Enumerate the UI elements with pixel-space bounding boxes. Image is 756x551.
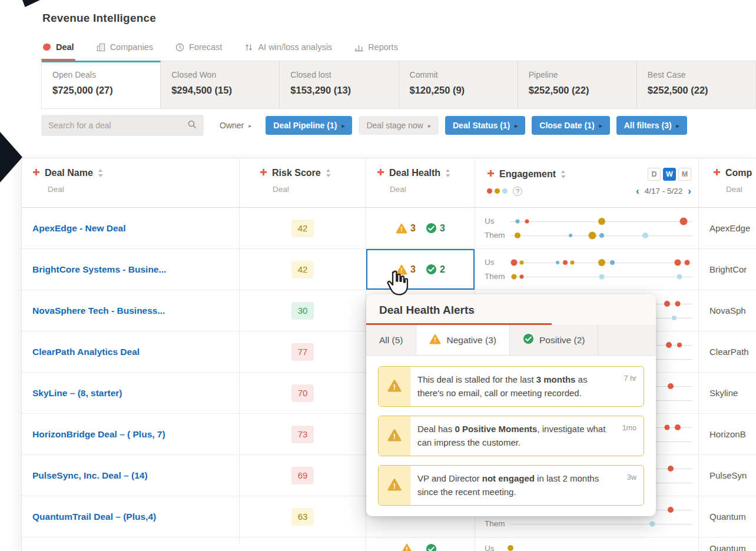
column-company[interactable]: Comp Deal <box>698 158 756 207</box>
filter-chips: Owner▸Deal Pipeline (1)▸Deal stage now▸D… <box>212 116 687 135</box>
sort-icon[interactable] <box>326 169 331 177</box>
summary-card-commit[interactable]: Commit$120,250 (9) <box>399 61 518 108</box>
popup-tab-positive-2[interactable]: Positive (2) <box>510 325 599 355</box>
summary-card-label: Closed Won <box>171 70 268 79</box>
filter-chip-all-filters-3[interactable]: All filters (3)▸ <box>616 116 687 135</box>
sort-icon[interactable] <box>561 170 566 178</box>
risk-score-badge: 77 <box>291 343 314 361</box>
summary-card-open-deals[interactable]: Open Deals$725,000 (27) <box>42 61 161 108</box>
summary-cards: Open Deals$725,000 (27)Closed Won$294,50… <box>41 61 756 109</box>
column-sublabel: Deal <box>273 185 366 194</box>
deal-name-link[interactable]: SkyLine – (8, starter) <box>32 388 122 399</box>
nav-tab-label: Reports <box>368 42 398 52</box>
filter-chip-label: All filters (3) <box>624 121 672 130</box>
engagement-dot <box>511 259 518 265</box>
risk-score-badge: 42 <box>291 220 314 237</box>
column-deal-health[interactable]: Deal Health Deal <box>366 158 475 207</box>
filter-chip-owner[interactable]: Owner▸ <box>212 116 259 135</box>
engagement-dot <box>668 383 674 389</box>
filter-chip-deal-status-1[interactable]: Deal Status (1)▸ <box>445 116 525 135</box>
filter-chip-deal-pipeline-1[interactable]: Deal Pipeline (1)▸ <box>266 116 352 135</box>
deal-name-link[interactable]: PulseSync, Inc. Deal – (14) <box>32 470 148 481</box>
svg-text:!: ! <box>393 431 396 440</box>
sort-icon[interactable] <box>98 169 103 177</box>
engagement-dot <box>556 261 559 264</box>
search-box[interactable] <box>41 115 204 136</box>
deal-name-link[interactable]: BrightCore Systems - Busine... <box>32 264 166 275</box>
nav-tab-ai-win-loss-analysis[interactable]: AI win/loss analysis <box>244 42 332 61</box>
deal-name-link[interactable]: HorizonBridge Deal – ( Plus, 7) <box>32 429 165 440</box>
engagement-them-row: Them <box>485 272 692 281</box>
engagement-dot <box>598 259 605 266</box>
deal-name-link[interactable]: ApexEdge - New Deal <box>32 223 126 234</box>
summary-card-pipeline[interactable]: Pipeline$252,500 (22) <box>518 61 637 108</box>
summary-card-value: $294,500 (15) <box>171 85 268 96</box>
deal-name-cell <box>22 537 239 543</box>
engagement-dot <box>571 260 575 264</box>
search-input[interactable] <box>48 121 187 130</box>
toggle-month[interactable]: M <box>678 168 691 181</box>
engagement-dot <box>599 233 604 238</box>
company-cell: BrightCor <box>698 249 756 290</box>
company-cell: HorizonB <box>698 414 756 454</box>
nav-tab-deal[interactable]: Deal <box>42 42 74 61</box>
engagement-us-label: Us <box>485 544 510 551</box>
nav-tab-companies[interactable]: Companies <box>97 42 153 61</box>
risk-score-badge: 42 <box>291 261 314 278</box>
popup-header: Deal Health Alerts <box>366 294 656 325</box>
warning-icon: ! <box>396 223 407 234</box>
chevron-left-icon[interactable]: ‹ <box>636 186 639 196</box>
chevron-right-icon[interactable]: › <box>688 186 691 196</box>
toggle-week[interactable]: W <box>663 168 676 181</box>
filter-chip-deal-stage-now[interactable]: Deal stage now▸ <box>359 116 439 135</box>
summary-card-closed-lost[interactable]: Closed lost$153,290 (13) <box>280 61 399 108</box>
column-engagement[interactable]: Engagement D W M ? ‹ 4 <box>475 158 698 207</box>
deal-health-cell[interactable]: ! <box>366 537 475 551</box>
field-icon <box>487 169 495 180</box>
deal-health-cell[interactable]: !32 <box>366 249 475 290</box>
help-icon[interactable]: ? <box>513 187 522 196</box>
engagement-timeline <box>510 217 692 226</box>
alert-card: !Deal has 0 Positive Moments, investigat… <box>378 416 644 456</box>
deal-name-link[interactable]: ClearPath Analytics Deal <box>32 347 140 357</box>
summary-card-label: Commit <box>410 70 507 79</box>
deal-name-link[interactable]: NovaSphere Tech - Business... <box>32 306 165 316</box>
summary-card-closed-won[interactable]: Closed Won$294,500 (15) <box>161 61 280 108</box>
engagement-us-row: Us <box>485 543 510 551</box>
nav-tab-label: Forecast <box>189 42 222 52</box>
engagement-them-row: Them <box>485 231 692 240</box>
table-row: BrightCore Systems - Busine...42!32UsThe… <box>22 249 756 290</box>
alert-text: VP and Director not engaged in last 2 mo… <box>410 466 615 505</box>
svg-text:!: ! <box>400 225 403 233</box>
nav-tab-reports[interactable]: Reports <box>354 42 398 61</box>
alert-text: This deal is stalled for the last 3 mont… <box>410 367 615 406</box>
popup-tab-negative-3[interactable]: !Negative (3) <box>416 325 509 355</box>
risk-score-cell: 42 <box>239 208 366 248</box>
engagement-us-row: Us <box>485 217 692 226</box>
popup-tab-all-5[interactable]: All (5) <box>366 325 416 355</box>
engagement-dot <box>519 260 523 264</box>
check-circle-icon <box>426 223 437 234</box>
nav-tab-forecast[interactable]: Forecast <box>175 42 222 61</box>
deal-name-cell: NovaSphere Tech - Business... <box>22 290 239 331</box>
column-risk-score[interactable]: Risk Score Deal <box>239 158 366 207</box>
deal-health-cell[interactable]: !33 <box>366 208 475 248</box>
summary-card-value: $252,500 (22) <box>529 85 626 96</box>
table-header: Deal Name Deal Risk Score Deal <box>22 158 756 208</box>
toggle-day[interactable]: D <box>648 168 661 181</box>
engagement-dot <box>666 342 672 348</box>
deal-name-cell: BrightCore Systems - Busine... <box>22 249 239 290</box>
engagement-timeline <box>510 519 692 529</box>
deal-name-link[interactable]: QuantumTrail Deal – (Plus,4) <box>32 512 156 522</box>
risk-score-cell: 63 <box>239 496 366 537</box>
engagement-dot <box>515 233 520 238</box>
filter-chip-close-date-1[interactable]: Close Date (1)▸ <box>532 116 609 135</box>
sort-icon[interactable] <box>445 169 450 177</box>
summary-card-best-case[interactable]: Best Case$252,500 (22) <box>637 61 755 108</box>
legend-dot-red <box>487 188 492 194</box>
engagement-dot <box>675 259 681 265</box>
column-deal-name[interactable]: Deal Name Deal <box>22 158 239 207</box>
deal-name-cell: QuantumTrail Deal – (Plus,4) <box>22 496 239 537</box>
risk-score-cell: 73 <box>239 414 366 454</box>
date-range-nav: ‹ 4/17 - 5/22 › <box>636 186 691 196</box>
